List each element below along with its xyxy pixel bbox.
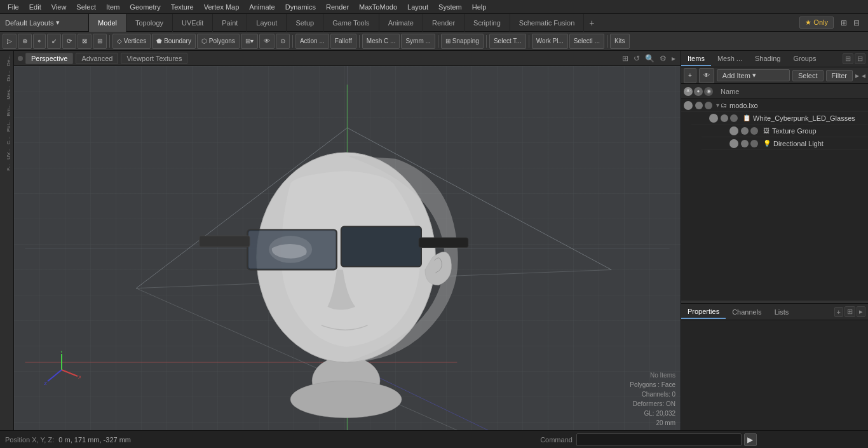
viewport-maximize-icon[interactable]: ⊞ [621, 54, 630, 63]
items-collapse2-btn[interactable]: ◂ [862, 71, 865, 80]
tab-properties[interactable]: Properties [681, 305, 726, 319]
items-expand-btn[interactable]: ⊞ [843, 53, 853, 64]
layout-icon-2[interactable]: ⊟ [850, 17, 863, 29]
viewport-tab-advanced[interactable]: Advanced [76, 53, 118, 64]
viewport-tab-textures[interactable]: Viewport Textures [121, 53, 187, 64]
vis-lock-icon[interactable]: ◉ [704, 87, 713, 96]
toolbar-falloff-btn[interactable]: Falloff [330, 34, 356, 49]
prop-plus-btn[interactable]: + [834, 307, 843, 317]
toolbar-mode-rotate[interactable]: ⟳ [62, 34, 76, 49]
menu-system[interactable]: System [433, 2, 467, 12]
toolbar-boundary-btn[interactable]: ⬟ Boundary [152, 34, 196, 49]
layout-icon-1[interactable]: ⊞ [837, 17, 850, 29]
tab-items[interactable]: Items [681, 52, 711, 66]
toolbar-mode-transform[interactable]: ⊞ [93, 34, 107, 49]
toolbar-snapping-btn[interactable]: ⊞ Snapping [441, 34, 484, 49]
left-sb-item-2[interactable]: Mes... [1, 84, 13, 102]
left-sb-item-4[interactable]: Pol... [1, 118, 13, 133]
menu-help[interactable]: Help [467, 2, 492, 12]
left-sb-item-1[interactable]: Du... [1, 69, 13, 83]
menu-select[interactable]: Select [71, 2, 101, 12]
item-row-texture-group[interactable]: 🖼 Texture Group [702, 125, 868, 137]
item-row-modo-lxo[interactable]: ▾ 🗂 modo.lxo [681, 99, 868, 112]
vis-render-icon[interactable]: ● [694, 87, 703, 96]
menu-geometry[interactable]: Geometry [125, 2, 165, 12]
menu-dynamics[interactable]: Dynamics [280, 2, 321, 12]
menu-render[interactable]: Render [321, 2, 354, 12]
toolbar-vertices-btn[interactable]: ◇ Vertices [112, 34, 151, 49]
star-only-button[interactable]: ★ Only [799, 17, 834, 29]
layout-tab-model[interactable]: Model [89, 14, 126, 32]
toolbar-polygons-btn[interactable]: ⬡ Polygons [197, 34, 240, 49]
layout-tab-paint[interactable]: Paint [213, 14, 247, 32]
items-select-button[interactable]: Select [792, 70, 824, 81]
command-input[interactable] [576, 433, 742, 446]
items-collapse-btn[interactable]: ⊟ [855, 53, 865, 64]
layout-tab-schematic-fusion[interactable]: Schematic Fusion [510, 14, 584, 32]
toolbar-select-t-btn[interactable]: Select T... [489, 34, 526, 49]
toolbar-vis-1[interactable]: 👁 [259, 34, 275, 49]
tab-lists[interactable]: Lists [768, 306, 796, 318]
toolbar-selecti-btn[interactable]: Selecti ... [569, 34, 604, 49]
viewport-menu-icon[interactable]: ▸ [670, 54, 677, 63]
menu-texture[interactable]: Texture [166, 2, 199, 12]
viewport-gear-icon[interactable]: ⚙ [658, 54, 668, 63]
menu-edit[interactable]: Edit [24, 2, 46, 12]
toolbar-mesh-c-btn[interactable]: Mesh C ... [362, 34, 400, 49]
toolbar-mode-scale[interactable]: ⊠ [78, 34, 92, 49]
prop-menu-btn[interactable]: ▸ [857, 306, 865, 317]
item-row-glasses[interactable]: 📋 White_Cyberpunk_LED_Glasses [691, 112, 868, 125]
toolbar-mode-move[interactable]: ↙ [47, 34, 61, 49]
vis-eye-icon[interactable]: 👁 [684, 87, 693, 96]
toolbar-mode-arrow[interactable]: ▷ [3, 34, 17, 49]
left-sb-item-5[interactable]: C... [1, 135, 13, 146]
item-row-directional-light[interactable]: 💡 Directional Light [702, 137, 868, 150]
command-go-button[interactable]: ▶ [744, 433, 757, 446]
toolbar-work-pl-btn[interactable]: Work Pl... [532, 34, 568, 49]
tab-shading[interactable]: Shading [749, 52, 787, 66]
menu-animate[interactable]: Animate [244, 2, 280, 12]
left-sb-item-3[interactable]: Em... [1, 102, 13, 118]
toolbar-vis-2[interactable]: ⊙ [276, 34, 290, 49]
add-layout-tab-button[interactable]: + [584, 15, 599, 31]
menu-view[interactable]: View [46, 2, 72, 12]
tab-groups[interactable]: Groups [787, 52, 822, 66]
viewport-refresh-icon[interactable]: ↺ [632, 54, 641, 63]
layout-tab-setup[interactable]: Setup [287, 14, 323, 32]
items-toolbar-vis-btn[interactable]: 👁 [699, 68, 714, 83]
items-toolbar-plus-btn[interactable]: + [684, 68, 696, 83]
3d-viewport[interactable]: X Y Z No Items Polygons : Face Channels:… [14, 66, 681, 430]
items-more-btn[interactable]: ▸ [855, 71, 859, 80]
toolbar-kits-btn[interactable]: Kits [610, 34, 630, 49]
viewport-search-icon[interactable]: 🔍 [644, 54, 656, 63]
menu-layout[interactable]: Layout [402, 2, 433, 12]
left-sb-item-6[interactable]: UV... [1, 147, 13, 161]
default-layouts-dropdown[interactable]: Default Layouts ▾ [0, 14, 89, 31]
layout-tab-layout[interactable]: Layout [247, 14, 287, 32]
menu-maxtomodo[interactable]: MaxToModo [354, 2, 402, 12]
prop-expand-btn[interactable]: ⊞ [844, 306, 855, 317]
menu-file[interactable]: File [3, 2, 24, 12]
toolbar-mode-extra[interactable]: ⊞▾ [241, 34, 258, 49]
layout-tab-scripting[interactable]: Scripting [465, 14, 510, 32]
layout-tab-game-tools[interactable]: Game Tools [323, 14, 379, 32]
toolbar-mode-crosshair[interactable]: ⌖ [33, 34, 46, 49]
tab-channels[interactable]: Channels [726, 306, 768, 318]
items-filter-button[interactable]: Filter [826, 70, 853, 81]
layout-tab-animate[interactable]: Animate [379, 14, 423, 32]
toolbar-action-btn[interactable]: Action ... [295, 34, 329, 49]
toolbar-symm-btn[interactable]: Symm ... [401, 34, 435, 49]
menu-vertex-map[interactable]: Vertex Map [199, 2, 245, 12]
layout-tab-render[interactable]: Render [423, 14, 465, 32]
add-item-button[interactable]: Add Item ▾ [717, 69, 790, 81]
layout-tab-topology[interactable]: Topology [126, 14, 173, 32]
tab-mesh[interactable]: Mesh ... [711, 52, 749, 66]
viewport-tab-perspective[interactable]: Perspective [25, 53, 73, 64]
left-sb-item-7[interactable]: F... [1, 162, 13, 173]
layout-tab-uvedit[interactable]: UVEdit [173, 14, 213, 32]
svg-text:Y: Y [60, 351, 64, 354]
toolbar-mode-circle[interactable]: ⊕ [18, 34, 32, 49]
layout-right: ★ Only ⊞ ⊟ [799, 17, 868, 29]
left-sb-item-0[interactable]: De... [1, 53, 13, 68]
menu-item[interactable]: Item [101, 2, 125, 12]
